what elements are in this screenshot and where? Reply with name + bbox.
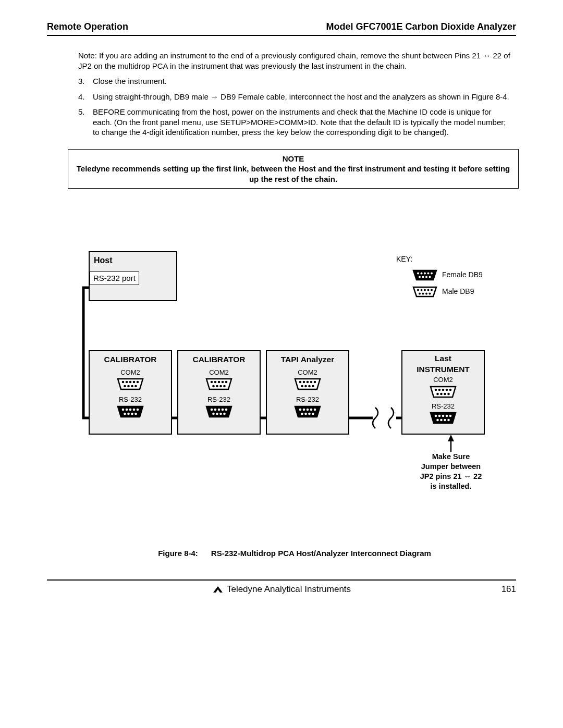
svg-point-32	[222, 409, 224, 411]
svg-point-24	[225, 381, 228, 384]
svg-point-44	[304, 385, 307, 388]
jumper-line4: is installed.	[409, 482, 493, 491]
svg-point-86	[427, 289, 430, 291]
svg-point-85	[424, 289, 426, 291]
instrument-title-1: Last	[402, 353, 484, 364]
svg-point-78	[431, 272, 433, 274]
step-3: 3. Close the instrument.	[78, 76, 511, 87]
svg-point-35	[216, 413, 218, 415]
svg-point-69	[449, 415, 452, 417]
key-female-label: Female DB9	[442, 270, 483, 279]
svg-point-38	[299, 381, 302, 384]
svg-point-49	[307, 409, 309, 411]
note-paragraph: Note: If you are adding an instrument to…	[78, 51, 511, 71]
note-body: Teledyne recommends setting up the first…	[74, 164, 513, 184]
svg-point-67	[442, 415, 445, 417]
svg-point-36	[219, 413, 222, 415]
svg-point-2	[122, 381, 125, 384]
jumper-line3: JP2 pins 21 ↔ 22	[409, 472, 493, 482]
svg-point-3	[126, 381, 128, 384]
male-db9-icon	[293, 378, 322, 390]
svg-point-71	[440, 419, 443, 422]
svg-point-6	[137, 381, 139, 384]
svg-point-81	[425, 276, 427, 278]
svg-point-61	[436, 392, 439, 395]
instrument-3: TAPI Analyzer COM2 RS-232	[266, 350, 349, 435]
svg-point-18	[131, 413, 133, 415]
figure-8-4: Host RS-232 port CALIBRATOR COM2 RS-232 …	[78, 251, 511, 543]
svg-point-27	[219, 385, 222, 388]
male-db9-icon	[429, 386, 458, 398]
svg-point-70	[436, 419, 439, 422]
step-5: 5. BEFORE communicating from the host, p…	[78, 107, 511, 138]
com-label: COM2	[267, 368, 348, 377]
svg-point-63	[444, 392, 446, 395]
svg-point-74	[417, 272, 419, 274]
svg-point-68	[446, 415, 448, 417]
com-label: COM2	[178, 368, 260, 377]
svg-point-5	[133, 381, 136, 384]
female-db9-icon	[293, 405, 322, 418]
key-female-row: Female DB9	[412, 269, 495, 281]
key-male-label: Male DB9	[442, 287, 474, 296]
jumper-note: Make Sure Jumper between JP2 pins 21 ↔ 2…	[409, 452, 493, 491]
diagram-key: KEY: Female DB9 Male DB9	[396, 254, 495, 302]
svg-point-15	[137, 409, 139, 411]
svg-point-50	[310, 409, 313, 411]
svg-point-73	[447, 419, 450, 422]
svg-point-55	[312, 413, 314, 415]
step-number: 4.	[78, 92, 93, 102]
step-number: 5.	[78, 107, 93, 138]
svg-point-17	[127, 413, 130, 415]
body-text: Note: If you are adding an instrument to…	[47, 51, 516, 559]
step-number: 3.	[78, 76, 93, 87]
svg-point-77	[427, 272, 430, 274]
male-db9-icon	[412, 286, 438, 298]
svg-point-80	[422, 276, 424, 278]
svg-point-84	[421, 289, 423, 291]
svg-point-58	[442, 388, 445, 391]
svg-point-83	[417, 289, 419, 291]
instrument-1: CALIBRATOR COM2 RS-232	[89, 350, 172, 435]
svg-point-91	[429, 292, 431, 294]
footer-text: Teledyne Analytical Instruments	[227, 584, 351, 595]
svg-point-72	[444, 419, 446, 422]
rs232-label: RS-232	[178, 396, 260, 404]
svg-point-20	[211, 381, 213, 384]
svg-point-65	[435, 415, 437, 417]
svg-point-8	[127, 385, 130, 388]
svg-point-47	[299, 409, 302, 411]
figure-caption: Figure 8-4: RS-232-Multidrop PCA Host/An…	[78, 548, 511, 559]
svg-point-39	[303, 381, 305, 384]
host-box: Host RS-232 port	[89, 251, 177, 301]
svg-point-13	[129, 409, 132, 411]
step-text: Using straight-through, DB9 male → DB9 F…	[93, 92, 511, 102]
instrument-title-2: INSTRUMENT	[402, 364, 484, 375]
svg-point-4	[129, 381, 132, 384]
note-box: NOTE Teledyne recommends setting up the …	[68, 149, 519, 189]
male-db9-icon	[204, 378, 234, 390]
host-port-label: RS-232 port	[90, 272, 139, 285]
svg-point-22	[218, 381, 221, 384]
svg-point-75	[421, 272, 423, 274]
svg-point-82	[429, 276, 431, 278]
female-db9-icon	[116, 405, 145, 418]
page-header: Remote Operation Model GFC7001E Carbon D…	[47, 21, 516, 36]
svg-point-7	[124, 385, 126, 388]
figure-number: Figure 8-4:	[158, 549, 198, 558]
svg-point-88	[419, 292, 421, 294]
svg-point-48	[303, 409, 305, 411]
svg-point-62	[440, 392, 443, 395]
svg-point-45	[308, 385, 311, 388]
svg-point-29	[211, 409, 213, 411]
jumper-line2: Jumper between	[409, 462, 493, 472]
female-db9-icon	[429, 412, 458, 424]
header-left: Remote Operation	[47, 21, 128, 33]
svg-point-79	[419, 276, 421, 278]
svg-point-19	[134, 413, 137, 415]
page-number: 161	[501, 584, 516, 595]
svg-point-23	[222, 381, 224, 384]
host-title: Host	[94, 255, 172, 266]
rs232-label: RS-232	[90, 396, 171, 404]
svg-point-26	[216, 385, 218, 388]
